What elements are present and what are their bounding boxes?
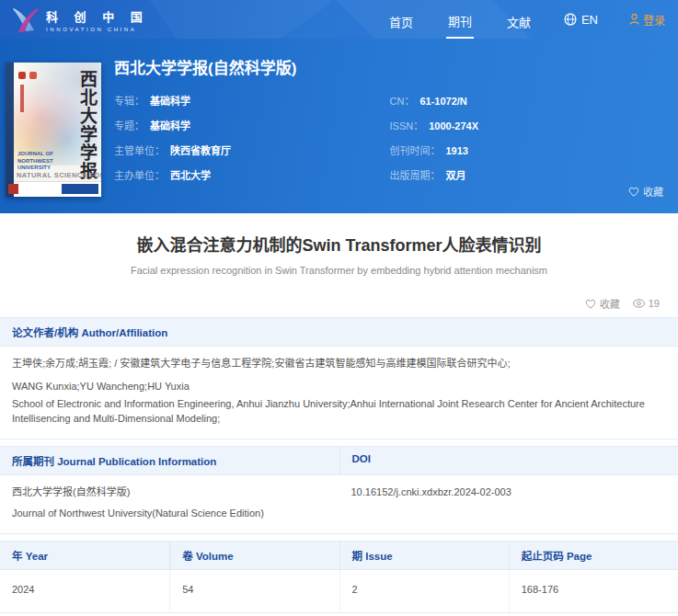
cover-seal (29, 72, 37, 79)
view-count-value: 19 (649, 298, 660, 309)
field-value: 基础科学 (150, 93, 190, 108)
cover-seal (18, 72, 26, 79)
article-view-count: 19 (633, 298, 660, 309)
brand-logo[interactable]: 科 创 中 国 INNOVATION CHINA (13, 6, 149, 33)
login-label: 登录 (643, 12, 665, 28)
journal-field-topic: 专题： 基础科学 (114, 118, 390, 132)
column-header-volume: 卷 Volume (169, 542, 339, 569)
field-label: 出版周期： (390, 167, 441, 182)
volume-value: 54 (169, 570, 339, 612)
journal-field-frequency: 出版周期： 双月 (390, 167, 666, 182)
field-value: 1000-274X (429, 120, 478, 131)
doi-header: DOI (339, 447, 678, 474)
login-button[interactable]: 登录 (629, 12, 665, 28)
nav-item-journal[interactable]: 期刊 (446, 1, 474, 39)
field-label: 专题： (114, 118, 144, 132)
journal-field-founded: 创刊时间： 1913 (390, 143, 666, 157)
field-value: 基础科学 (150, 118, 190, 132)
affiliation-en: School of Electronic and Information Eng… (12, 397, 666, 427)
publication-doi-section: 所属期刊 Journal Publication Information DOI… (0, 446, 678, 534)
column-header-issue: 期 Issue (339, 542, 509, 569)
journal-field-organizer: 主办单位： 西北大学 (114, 167, 390, 182)
navbar-decoration (147, 0, 331, 39)
field-label: ISSN： (390, 118, 424, 132)
cover-spine (6, 63, 14, 197)
field-value: 双月 (446, 167, 466, 182)
issue-value: 2 (339, 570, 509, 612)
issue-info-table: 年 Year 卷 Volume 期 Issue 起止页码 Page 2024 5… (0, 541, 678, 613)
publication-journal-cn: 西北大学学报(自然科学版) (12, 485, 330, 500)
top-navbar: 科 创 中 国 INNOVATION CHINA 首页 期刊 文献 EN 登录 (0, 0, 678, 39)
journal-field-cn: CN： 61-1072/N (390, 93, 666, 108)
journal-field-issn: ISSN： 1000-274X (390, 118, 666, 132)
cover-title-calligraphy: 西北大学学报 (78, 70, 96, 180)
eye-icon (633, 299, 645, 308)
column-header-page: 起止页码 Page (509, 542, 678, 569)
field-value: 61-1072/N (419, 96, 466, 107)
field-label: CN： (390, 93, 415, 108)
heart-icon (585, 299, 596, 309)
field-label: 专辑： (114, 93, 144, 108)
publication-journal-en: Journal of Northwest University(Natural … (12, 507, 330, 521)
publication-header: 所属期刊 Journal Publication Information (0, 447, 339, 474)
article-title-en: Facial expression recognition in Swin Tr… (15, 265, 663, 276)
journal-title: 西北大学学报(自然科学版) (114, 55, 665, 78)
nav-item-home[interactable]: 首页 (387, 2, 415, 38)
journal-cover-image[interactable]: 西北大学学报 JOURNAL OF NORTHWEST UNIVERSITY N… (6, 63, 101, 197)
favorite-label: 收藏 (600, 296, 620, 311)
journal-banner: 西北大学学报 JOURNAL OF NORTHWEST UNIVERSITY N… (0, 39, 678, 213)
article-favorite-button[interactable]: 收藏 (585, 296, 620, 311)
author-section-header: 论文作者/机构 Author/Affiliation (0, 318, 678, 347)
field-value: 1913 (446, 145, 468, 156)
language-label: EN (581, 13, 598, 27)
journal-field-album: 专辑： 基础科学 (114, 93, 390, 108)
cover-barcode (62, 184, 98, 194)
cover-red-text-column (20, 85, 24, 112)
brand-name-cn: 科 创 中 国 (46, 7, 149, 25)
field-value: 陕西省教育厅 (170, 143, 231, 157)
favorite-label: 收藏 (643, 184, 663, 199)
article-title: 嵌入混合注意力机制的Swin Transformer人脸表情识别 (15, 232, 663, 256)
page-range-value: 168-176 (509, 570, 678, 612)
cover-publisher-logo (8, 184, 18, 194)
heart-icon (628, 187, 639, 197)
innovation-china-logo-icon (13, 6, 39, 33)
field-value: 西北大学 (170, 167, 211, 182)
globe-icon (564, 13, 577, 26)
field-label: 创刊时间： (390, 143, 441, 157)
brand-name-en: INNOVATION CHINA (46, 27, 149, 32)
journal-field-supervisor: 主管单位： 陕西省教育厅 (114, 143, 390, 157)
language-switch[interactable]: EN (564, 13, 598, 27)
doi-value[interactable]: 10.16152/j.cnki.xdxbzr.2024-02-003 (351, 485, 667, 500)
cover-journal-name-en: JOURNAL OF NORTHWEST UNIVERSITY (17, 151, 60, 172)
user-icon (629, 14, 639, 25)
year-value: 2024 (0, 570, 169, 612)
authors-affiliation-cn: 王坤侠;余万成;胡玉霞; / 安徽建筑大学电子与信息工程学院;安徽省古建筑智能感… (12, 357, 666, 371)
field-label: 主办单位： (114, 167, 165, 182)
nav-item-literature[interactable]: 文献 (505, 2, 533, 38)
journal-favorite-button[interactable]: 收藏 (628, 184, 663, 199)
cover-edition-label: NATURAL SCIENCE EDITION (17, 171, 101, 179)
author-affiliation-section: 论文作者/机构 Author/Affiliation 王坤侠;余万成;胡玉霞; … (0, 317, 678, 439)
field-label: 主管单位： (114, 143, 165, 157)
article-header: 嵌入混合注意力机制的Swin Transformer人脸表情识别 Facial … (0, 213, 678, 311)
column-header-year: 年 Year (0, 542, 169, 569)
authors-en: WANG Kunxia;YU Wancheng;HU Yuxia (12, 380, 666, 394)
